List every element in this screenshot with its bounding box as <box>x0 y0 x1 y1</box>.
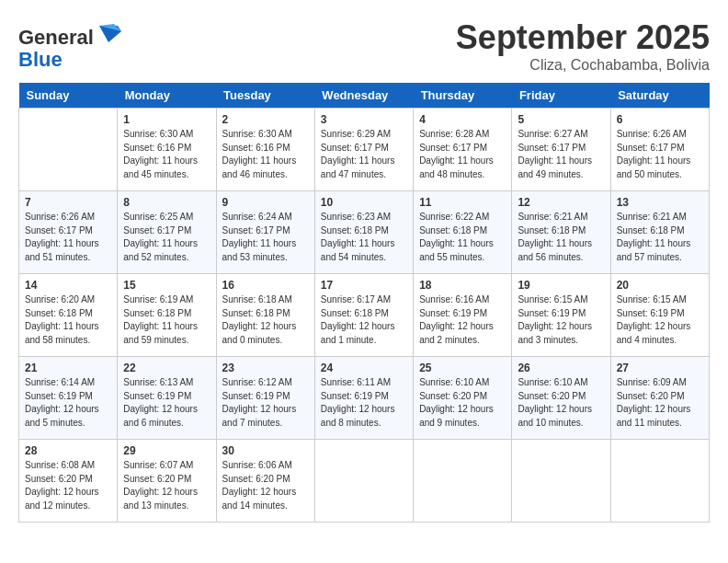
day-info: Sunrise: 6:24 AM Sunset: 6:17 PM Dayligh… <box>222 211 309 264</box>
calendar-cell: 19Sunrise: 6:15 AM Sunset: 6:19 PM Dayli… <box>512 274 610 357</box>
calendar-header-row: SundayMondayTuesdayWednesdayThursdayFrid… <box>19 83 710 109</box>
calendar-cell: 29Sunrise: 6:07 AM Sunset: 6:20 PM Dayli… <box>118 440 216 523</box>
day-info: Sunrise: 6:13 AM Sunset: 6:19 PM Dayligh… <box>123 376 210 430</box>
day-info: Sunrise: 6:25 AM Sunset: 6:17 PM Dayligh… <box>123 211 210 264</box>
day-number: 16 <box>222 279 309 292</box>
calendar-cell <box>314 440 413 523</box>
calendar-cell: 7Sunrise: 6:26 AM Sunset: 6:17 PM Daylig… <box>19 191 118 274</box>
calendar-cell: 10Sunrise: 6:23 AM Sunset: 6:18 PM Dayli… <box>314 191 413 274</box>
day-info: Sunrise: 6:20 AM Sunset: 6:18 PM Dayligh… <box>25 293 111 347</box>
day-number: 28 <box>25 444 111 457</box>
calendar-cell: 1Sunrise: 6:30 AM Sunset: 6:16 PM Daylig… <box>118 109 216 191</box>
day-number: 26 <box>518 362 604 374</box>
day-info: Sunrise: 6:26 AM Sunset: 6:17 PM Dayligh… <box>617 128 703 181</box>
day-info: Sunrise: 6:10 AM Sunset: 6:20 PM Dayligh… <box>518 376 604 430</box>
calendar-cell: 30Sunrise: 6:06 AM Sunset: 6:20 PM Dayli… <box>216 440 314 523</box>
calendar-table: SundayMondayTuesdayWednesdayThursdayFrid… <box>18 83 710 523</box>
calendar-cell: 26Sunrise: 6:10 AM Sunset: 6:20 PM Dayli… <box>512 357 610 440</box>
page-header: General Blue September 2025 Cliza, Cocha… <box>18 18 710 74</box>
calendar-cell: 6Sunrise: 6:26 AM Sunset: 6:17 PM Daylig… <box>610 109 709 191</box>
day-info: Sunrise: 6:28 AM Sunset: 6:17 PM Dayligh… <box>419 128 506 181</box>
day-number: 20 <box>617 279 703 292</box>
calendar-cell: 24Sunrise: 6:11 AM Sunset: 6:19 PM Dayli… <box>314 357 413 440</box>
day-number: 21 <box>25 362 111 374</box>
day-number: 18 <box>419 279 506 292</box>
week-row-4: 21Sunrise: 6:14 AM Sunset: 6:19 PM Dayli… <box>19 357 710 440</box>
calendar-cell: 22Sunrise: 6:13 AM Sunset: 6:19 PM Dayli… <box>118 357 216 440</box>
day-info: Sunrise: 6:15 AM Sunset: 6:19 PM Dayligh… <box>617 293 703 347</box>
calendar-cell: 16Sunrise: 6:18 AM Sunset: 6:18 PM Dayli… <box>216 274 314 357</box>
calendar-cell: 5Sunrise: 6:27 AM Sunset: 6:17 PM Daylig… <box>512 109 610 191</box>
calendar-cell: 18Sunrise: 6:16 AM Sunset: 6:19 PM Dayli… <box>414 274 512 357</box>
calendar-cell: 8Sunrise: 6:25 AM Sunset: 6:17 PM Daylig… <box>118 191 216 274</box>
location-title: Cliza, Cochabamba, Bolivia <box>456 57 710 74</box>
calendar-cell: 28Sunrise: 6:08 AM Sunset: 6:20 PM Dayli… <box>19 440 118 523</box>
day-number: 12 <box>518 196 604 209</box>
day-info: Sunrise: 6:11 AM Sunset: 6:19 PM Dayligh… <box>321 376 407 430</box>
day-number: 24 <box>321 362 407 374</box>
calendar-cell: 9Sunrise: 6:24 AM Sunset: 6:17 PM Daylig… <box>216 191 314 274</box>
day-number: 15 <box>123 279 210 292</box>
calendar-cell: 25Sunrise: 6:10 AM Sunset: 6:20 PM Dayli… <box>414 357 512 440</box>
calendar-cell: 4Sunrise: 6:28 AM Sunset: 6:17 PM Daylig… <box>414 109 512 191</box>
calendar-cell: 15Sunrise: 6:19 AM Sunset: 6:18 PM Dayli… <box>118 274 216 357</box>
column-header-wednesday: Wednesday <box>314 83 413 109</box>
day-number: 7 <box>25 196 111 209</box>
day-number: 14 <box>25 279 111 292</box>
day-number: 2 <box>222 113 309 126</box>
calendar-cell: 27Sunrise: 6:09 AM Sunset: 6:20 PM Dayli… <box>610 357 709 440</box>
day-number: 25 <box>419 362 506 374</box>
calendar-body: 1Sunrise: 6:30 AM Sunset: 6:16 PM Daylig… <box>19 109 710 523</box>
column-header-saturday: Saturday <box>610 83 709 109</box>
day-number: 29 <box>123 444 210 457</box>
calendar-cell: 12Sunrise: 6:21 AM Sunset: 6:18 PM Dayli… <box>512 191 610 274</box>
logo-icon <box>96 18 121 44</box>
day-number: 30 <box>222 444 309 457</box>
day-info: Sunrise: 6:16 AM Sunset: 6:19 PM Dayligh… <box>419 293 506 347</box>
day-number: 4 <box>419 113 506 126</box>
day-info: Sunrise: 6:23 AM Sunset: 6:18 PM Dayligh… <box>321 211 407 264</box>
calendar-cell: 2Sunrise: 6:30 AM Sunset: 6:16 PM Daylig… <box>216 109 314 191</box>
week-row-2: 7Sunrise: 6:26 AM Sunset: 6:17 PM Daylig… <box>19 191 710 274</box>
day-number: 11 <box>419 196 506 209</box>
day-info: Sunrise: 6:27 AM Sunset: 6:17 PM Dayligh… <box>518 128 604 181</box>
logo-general-text: General <box>18 26 94 49</box>
day-number: 3 <box>321 113 407 126</box>
day-number: 9 <box>222 196 309 209</box>
day-info: Sunrise: 6:21 AM Sunset: 6:18 PM Dayligh… <box>617 211 703 264</box>
calendar-cell: 23Sunrise: 6:12 AM Sunset: 6:19 PM Dayli… <box>216 357 314 440</box>
day-info: Sunrise: 6:29 AM Sunset: 6:17 PM Dayligh… <box>321 128 407 181</box>
day-info: Sunrise: 6:15 AM Sunset: 6:19 PM Dayligh… <box>518 293 604 347</box>
week-row-5: 28Sunrise: 6:08 AM Sunset: 6:20 PM Dayli… <box>19 440 710 523</box>
day-info: Sunrise: 6:21 AM Sunset: 6:18 PM Dayligh… <box>518 211 604 264</box>
day-number: 19 <box>518 279 604 292</box>
column-header-monday: Monday <box>118 83 216 109</box>
day-info: Sunrise: 6:06 AM Sunset: 6:20 PM Dayligh… <box>222 459 309 512</box>
column-header-thursday: Thursday <box>414 83 512 109</box>
day-number: 10 <box>321 196 407 209</box>
day-info: Sunrise: 6:22 AM Sunset: 6:18 PM Dayligh… <box>419 211 506 264</box>
logo-blue-text: Blue <box>18 48 63 71</box>
column-header-tuesday: Tuesday <box>216 83 314 109</box>
day-info: Sunrise: 6:18 AM Sunset: 6:18 PM Dayligh… <box>222 293 309 347</box>
day-info: Sunrise: 6:08 AM Sunset: 6:20 PM Dayligh… <box>25 459 111 512</box>
day-number: 6 <box>617 113 703 126</box>
day-number: 1 <box>123 113 210 126</box>
calendar-cell <box>19 109 118 191</box>
day-number: 8 <box>123 196 210 209</box>
day-info: Sunrise: 6:10 AM Sunset: 6:20 PM Dayligh… <box>419 376 506 430</box>
day-number: 13 <box>617 196 703 209</box>
calendar-cell <box>512 440 610 523</box>
calendar-cell: 20Sunrise: 6:15 AM Sunset: 6:19 PM Dayli… <box>610 274 709 357</box>
day-info: Sunrise: 6:07 AM Sunset: 6:20 PM Dayligh… <box>123 459 210 512</box>
title-block: September 2025 Cliza, Cochabamba, Bolivi… <box>456 18 710 74</box>
calendar-cell: 3Sunrise: 6:29 AM Sunset: 6:17 PM Daylig… <box>314 109 413 191</box>
calendar-cell <box>414 440 512 523</box>
column-header-friday: Friday <box>512 83 610 109</box>
day-number: 17 <box>321 279 407 292</box>
day-info: Sunrise: 6:14 AM Sunset: 6:19 PM Dayligh… <box>25 376 111 430</box>
day-info: Sunrise: 6:26 AM Sunset: 6:17 PM Dayligh… <box>25 211 111 264</box>
calendar-cell <box>610 440 709 523</box>
calendar-cell: 14Sunrise: 6:20 AM Sunset: 6:18 PM Dayli… <box>19 274 118 357</box>
calendar-cell: 21Sunrise: 6:14 AM Sunset: 6:19 PM Dayli… <box>19 357 118 440</box>
